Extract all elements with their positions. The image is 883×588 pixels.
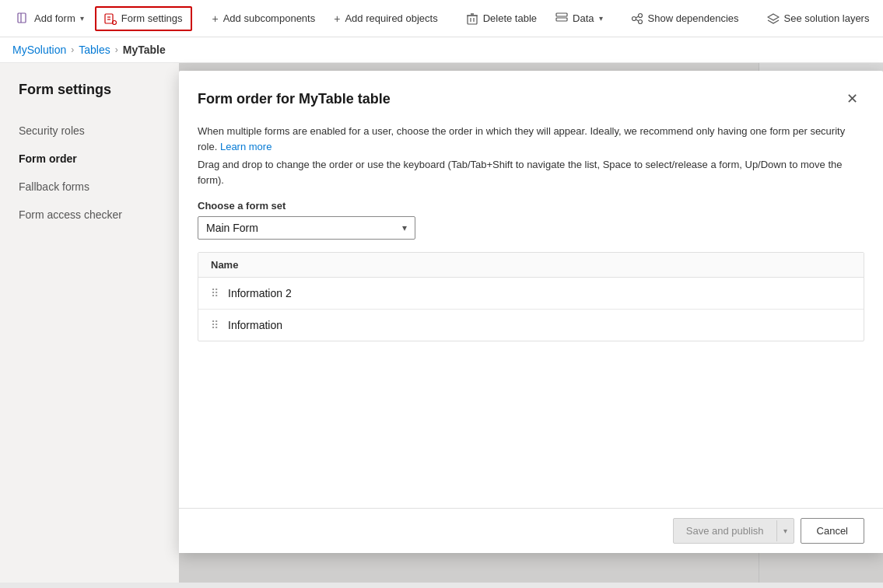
see-solution-layers-button[interactable]: See solution layers [759,8,878,30]
svg-marker-18 [768,14,779,20]
svg-point-14 [638,13,642,17]
sidebar-item-security-roles[interactable]: Security roles [0,117,179,145]
breadcrumb-sep-1: › [71,44,74,55]
settings-sidebar: Form settings Security roles Form order … [0,63,179,583]
plus-icon-2: + [334,12,340,25]
svg-point-13 [632,16,636,20]
dialog: Form order for MyTable table ✕ When mult… [179,71,883,553]
dialog-description-1: When multiple forms are enabled for a us… [198,124,864,154]
breadcrumb-sep-2: › [115,44,118,55]
choose-form-set-label: Choose a form set [198,200,864,212]
drag-handle-1[interactable]: ⠿ [211,287,219,299]
add-form-icon [17,12,30,25]
modal-overlay: Form settings Security roles Form order … [0,63,883,583]
sidebar-item-form-order[interactable]: Form order [0,145,179,173]
delete-icon [466,12,478,25]
save-publish-label: Save and publish [674,519,776,543]
table-header-name: Name [211,259,238,271]
row-name-2: Information [228,319,282,331]
svg-rect-12 [556,18,567,21]
row-name-1: Information 2 [228,287,292,299]
add-subcomponents-button[interactable]: + Add subcomponents [205,8,324,30]
save-publish-chevron-icon: ▾ [776,520,794,541]
add-form-chevron-icon: ▾ [80,14,84,23]
add-form-button[interactable]: Add form ▾ [9,8,92,30]
plus-icon-1: + [212,12,219,25]
data-icon [555,12,568,25]
layers-icon [767,12,780,25]
form-settings-icon [104,12,117,25]
dialog-header: Form order for MyTable table ✕ [179,71,883,111]
form-table: Name ⠿ Information 2 ⠿ Information [198,252,864,341]
svg-point-15 [638,19,642,23]
form-set-selected: Main Form [206,222,258,234]
save-publish-button: Save and publish ▾ [673,518,794,544]
settings-sidebar-title: Form settings [0,82,179,117]
cancel-button[interactable]: Cancel [801,518,864,544]
svg-rect-6 [468,16,477,24]
breadcrumb-tables[interactable]: Tables [79,44,110,56]
table-row[interactable]: ⠿ Information [198,310,864,341]
form-settings-button[interactable]: Form settings [95,6,192,31]
show-dependencies-button[interactable]: Show dependencies [623,8,747,30]
delete-table-button[interactable]: Delete table [458,8,545,30]
drag-handle-2[interactable]: ⠿ [211,319,219,331]
toolbar: Add form ▾ Form settings + Add subcompon… [0,0,883,37]
svg-rect-2 [105,14,113,23]
svg-rect-11 [556,13,567,16]
dependencies-icon [631,12,643,25]
dialog-footer: Save and publish ▾ Cancel [179,508,883,553]
content-area: Type ▾ Custom Custom Custom Custom Form … [0,63,883,583]
dialog-description-2: Drag and drop to change the order or use… [198,157,864,187]
data-chevron-icon: ▾ [599,14,603,23]
sidebar-item-form-access-checker[interactable]: Form access checker [0,201,179,229]
svg-rect-0 [18,13,26,23]
breadcrumb-solution[interactable]: MySolution [12,44,66,56]
add-required-objects-button[interactable]: + Add required objects [326,8,445,30]
form-set-chevron-icon: ▾ [402,222,407,233]
breadcrumb: MySolution › Tables › MyTable [0,37,883,63]
form-set-dropdown[interactable]: Main Form ▾ [198,216,415,240]
modal-wrapper: Form settings Security roles Form order … [0,63,883,583]
breadcrumb-current: MyTable [123,44,166,56]
sidebar-item-fallback-forms[interactable]: Fallback forms [0,173,179,201]
form-table-header: Name [198,253,864,278]
learn-more-link[interactable]: Learn more [220,141,272,152]
svg-line-17 [636,19,638,21]
svg-line-16 [636,16,638,18]
dialog-title: Form order for MyTable table [198,91,391,107]
dialog-close-button[interactable]: ✕ [839,86,864,111]
data-button[interactable]: Data ▾ [548,8,610,30]
table-row[interactable]: ⠿ Information 2 [198,278,864,310]
dialog-body: When multiple forms are enabled for a us… [179,111,883,508]
